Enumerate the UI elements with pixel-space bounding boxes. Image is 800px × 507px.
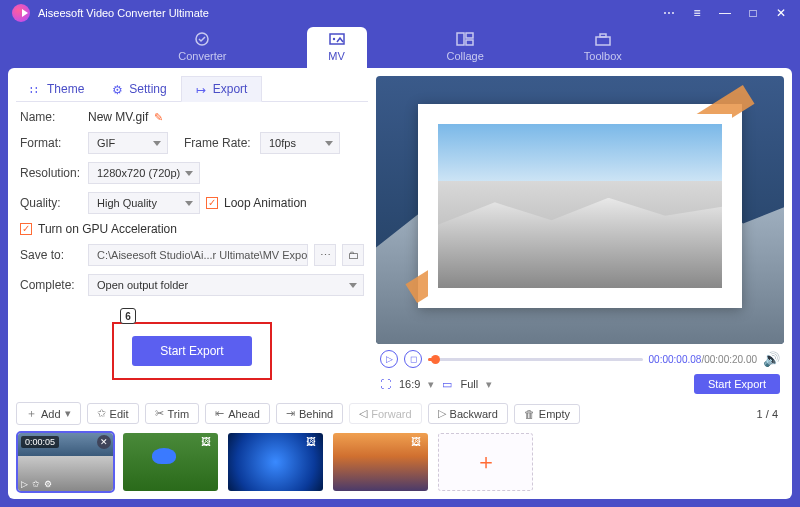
edit-icon: ✩ bbox=[97, 407, 106, 420]
time-display: 00:00:00.08/00:00:20.00 bbox=[649, 354, 757, 365]
ahead-button[interactable]: ⇤Ahead bbox=[205, 403, 270, 424]
clip-toolbar: ＋Add▾ ✩Edit ✂Trim ⇤Ahead ⇥Behind ◁Forwar… bbox=[16, 400, 784, 427]
timeline-slider[interactable] bbox=[428, 358, 643, 361]
edit-name-icon[interactable]: ✎ bbox=[154, 111, 163, 124]
nav-collage-label: Collage bbox=[447, 50, 484, 62]
feedback-icon[interactable]: ⋯ bbox=[662, 6, 676, 20]
gpu-checkbox[interactable] bbox=[20, 223, 32, 235]
menu-icon[interactable]: ≡ bbox=[690, 6, 704, 20]
maximize-icon[interactable]: □ bbox=[746, 6, 760, 20]
more-path-button[interactable]: ⋯ bbox=[314, 244, 336, 266]
backward-icon: ▷ bbox=[438, 407, 446, 420]
thumbnail-strip: 0:00:05 ✕ ▷✩⚙ 🖼 🖼 🖼 ＋ bbox=[16, 433, 784, 491]
svg-rect-7 bbox=[600, 34, 606, 37]
callout-box: Start Export bbox=[112, 322, 271, 380]
subtabs: ∷ Theme ⚙ Setting ↦ Export bbox=[16, 76, 368, 102]
add-button[interactable]: ＋Add▾ bbox=[16, 402, 81, 425]
image-type-icon: 🖼 bbox=[201, 436, 215, 450]
titlebar: Aiseesoft Video Converter Ultimate ⋯ ≡ —… bbox=[0, 0, 800, 26]
theme-icon: ∷ bbox=[30, 83, 42, 95]
start-export-button-2[interactable]: Start Export bbox=[694, 374, 780, 394]
subtab-setting[interactable]: ⚙ Setting bbox=[98, 76, 180, 101]
forward-button: ◁Forward bbox=[349, 403, 421, 424]
behind-button[interactable]: ⇥Behind bbox=[276, 403, 343, 424]
gpu-label: Turn on GPU Acceleration bbox=[38, 222, 177, 236]
collage-icon bbox=[455, 31, 475, 47]
loop-label: Loop Animation bbox=[224, 196, 307, 210]
loop-checkbox[interactable] bbox=[206, 197, 218, 209]
subtab-theme-label: Theme bbox=[47, 82, 84, 96]
play-thumb-icon[interactable]: ▷ bbox=[21, 479, 28, 489]
callout-number: 6 bbox=[120, 308, 136, 324]
preview-frame bbox=[418, 104, 742, 308]
format-select[interactable]: GIF bbox=[88, 132, 168, 154]
empty-button[interactable]: 🗑Empty bbox=[514, 404, 580, 424]
setting-icon: ⚙ bbox=[112, 83, 124, 95]
framerate-label: Frame Rate: bbox=[184, 136, 254, 150]
view-select[interactable]: Full bbox=[460, 378, 492, 391]
subtab-theme[interactable]: ∷ Theme bbox=[16, 76, 98, 101]
stop-button[interactable]: ◻ bbox=[404, 350, 422, 368]
subtab-setting-label: Setting bbox=[129, 82, 166, 96]
backward-button[interactable]: ▷Backward bbox=[428, 403, 508, 424]
start-export-button[interactable]: Start Export bbox=[132, 336, 251, 366]
saveto-path[interactable]: C:\Aiseesoft Studio\Ai...r Ultimate\MV E… bbox=[88, 244, 308, 266]
gear-thumb-icon[interactable]: ⚙ bbox=[44, 479, 52, 489]
aspect-select[interactable]: 16:9 bbox=[399, 378, 434, 391]
plus-icon: ＋ bbox=[26, 406, 37, 421]
aspect-icon: ⛶ bbox=[380, 378, 391, 390]
export-icon: ↦ bbox=[196, 83, 208, 95]
behind-icon: ⇥ bbox=[286, 407, 295, 420]
saveto-label: Save to: bbox=[20, 248, 82, 262]
framerate-select[interactable]: 10fps bbox=[260, 132, 340, 154]
thumbnail-2[interactable]: 🖼 bbox=[123, 433, 218, 491]
app-logo-icon bbox=[12, 4, 30, 22]
trim-icon: ✂ bbox=[155, 407, 164, 420]
edit-button[interactable]: ✩Edit bbox=[87, 403, 139, 424]
nav-collage[interactable]: Collage bbox=[427, 27, 504, 68]
browse-folder-icon[interactable]: 🗀 bbox=[342, 244, 364, 266]
nav-mv[interactable]: MV bbox=[307, 27, 367, 68]
svg-rect-5 bbox=[466, 40, 473, 45]
nav-converter[interactable]: Converter bbox=[158, 27, 246, 68]
trim-button[interactable]: ✂Trim bbox=[145, 403, 200, 424]
svg-rect-1 bbox=[330, 34, 344, 44]
svg-rect-4 bbox=[466, 33, 473, 38]
name-value: New MV.gif bbox=[88, 110, 148, 124]
preview-stage[interactable] bbox=[376, 76, 784, 344]
complete-select[interactable]: Open output folder bbox=[88, 274, 364, 296]
clip-counter: 1 / 4 bbox=[757, 408, 784, 420]
close-icon[interactable]: ✕ bbox=[774, 6, 788, 20]
image-type-icon: 🖼 bbox=[411, 436, 425, 450]
remove-thumb-icon[interactable]: ✕ bbox=[97, 435, 111, 449]
subtab-export-label: Export bbox=[213, 82, 248, 96]
thumbnail-1[interactable]: 0:00:05 ✕ ▷✩⚙ bbox=[18, 433, 113, 491]
nav-mv-label: MV bbox=[328, 50, 345, 62]
quality-label: Quality: bbox=[20, 196, 82, 210]
nav-converter-label: Converter bbox=[178, 50, 226, 62]
ahead-icon: ⇤ bbox=[215, 407, 224, 420]
play-button[interactable]: ▷ bbox=[380, 350, 398, 368]
resolution-select[interactable]: 1280x720 (720p) bbox=[88, 162, 200, 184]
svg-rect-6 bbox=[596, 37, 610, 45]
thumbnail-4[interactable]: 🖼 bbox=[333, 433, 428, 491]
image-type-icon: 🖼 bbox=[306, 436, 320, 450]
app-title: Aiseesoft Video Converter Ultimate bbox=[38, 7, 209, 19]
format-label: Format: bbox=[20, 136, 82, 150]
thumbnail-3[interactable]: 🖼 bbox=[228, 433, 323, 491]
star-thumb-icon[interactable]: ✩ bbox=[32, 479, 40, 489]
minimize-icon[interactable]: — bbox=[718, 6, 732, 20]
resolution-label: Resolution: bbox=[20, 166, 82, 180]
name-label: Name: bbox=[20, 110, 82, 124]
subtab-export[interactable]: ↦ Export bbox=[181, 76, 263, 102]
main-nav: Converter MV Collage Toolbox bbox=[0, 26, 800, 68]
plus-icon: ＋ bbox=[475, 447, 497, 477]
nav-toolbox[interactable]: Toolbox bbox=[564, 27, 642, 68]
svg-rect-3 bbox=[457, 33, 464, 45]
volume-icon[interactable]: 🔊 bbox=[763, 351, 780, 367]
empty-icon: 🗑 bbox=[524, 408, 535, 420]
quality-select[interactable]: High Quality bbox=[88, 192, 200, 214]
add-thumbnail[interactable]: ＋ bbox=[438, 433, 533, 491]
view-icon: ▭ bbox=[442, 378, 452, 391]
nav-toolbox-label: Toolbox bbox=[584, 50, 622, 62]
